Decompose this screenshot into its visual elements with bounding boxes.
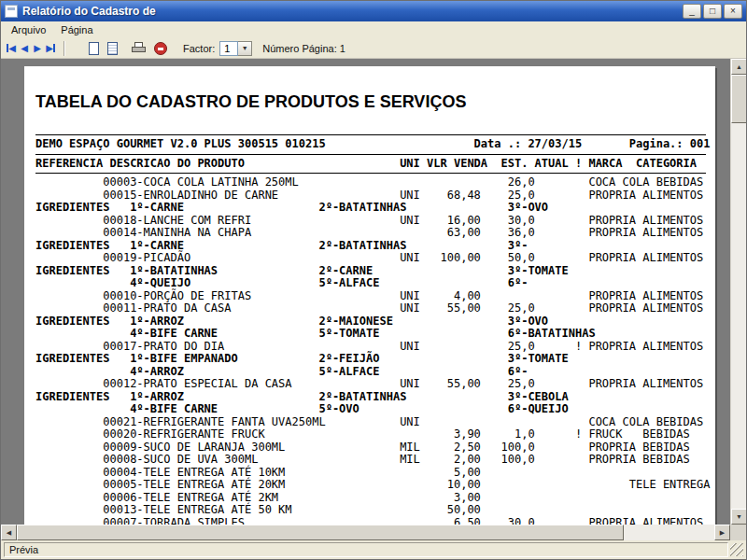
scroll-down-button[interactable]: ▼ (731, 509, 746, 525)
report-line: 00014-MANINHA NA CHAPA 63,00 36,0 PROPRI… (35, 227, 706, 240)
window-title: Relatório do Cadastro de (22, 5, 681, 18)
report-line: 00004-TELE ENTREGA ATÉ 10KM 5,00 (35, 467, 706, 480)
scroll-up-button[interactable]: ▲ (731, 59, 746, 75)
app-window: Relatório do Cadastro de _ □ × Arquivo P… (0, 0, 747, 560)
prev-page-icon: ◀ (21, 43, 28, 53)
scroll-right-button[interactable]: ▶ (714, 525, 730, 540)
report-line: IGREDIENTES 1º-BIFE EMPANADO 2º-FEIJÃO 3… (35, 353, 706, 366)
menu-item-pagina[interactable]: Página (53, 22, 100, 37)
report-line: IGREDIENTES 1º-BATATINHAS 2º-CARNE 3º-TO… (35, 265, 706, 278)
printer-icon (132, 42, 146, 54)
report-line: 00019-PICADÃO UNI 100,00 50,0 PROPRIA AL… (35, 252, 706, 265)
close-button[interactable]: × (724, 4, 742, 19)
chevron-down-icon[interactable]: ▼ (238, 41, 252, 56)
factor-select[interactable]: 1 ▼ (219, 41, 252, 56)
resize-grip[interactable] (730, 543, 743, 556)
menu-bar: Arquivo Página (1, 21, 746, 38)
divider (35, 173, 706, 174)
report-line: 00011-PRATO DA CASA UNI 55,00 25,0 PROPR… (35, 302, 706, 315)
title-bar: Relatório do Cadastro de _ □ × (1, 1, 746, 21)
report-page: TABELA DO CADASTRO DE PRODUTOS E SERVIÇO… (24, 66, 715, 525)
report-line: 00020-REFRIGERANTE FRUCK 3,90 1,0 ! FRUC… (35, 428, 706, 441)
next-page-button[interactable]: ▶ (31, 40, 44, 57)
report-title: TABELA DO CADASTRO DE PRODUTOS E SERVIÇO… (35, 92, 706, 112)
report-line: 00005-TELE ENTREGA ATÉ 20KM 10,00 TELE E… (35, 479, 706, 492)
report-line: 00010-PORÇÃO DE FRITAS UNI 4,00 PROPRIA … (35, 290, 706, 303)
last-page-icon: ▶ (46, 43, 53, 53)
menu-item-arquivo[interactable]: Arquivo (4, 22, 53, 37)
factor-value[interactable]: 1 (219, 41, 238, 56)
report-line: 4º-BIFE CARNE 5º-TOMATE 6º-BATATINHAS (35, 328, 706, 341)
report-line: 00003-COCA COLA LATINHA 250ML 26,0 COCA … (35, 176, 706, 189)
last-page-icon (53, 44, 55, 52)
first-page-button[interactable]: ◀ (5, 40, 18, 57)
toolbar-separator (63, 41, 65, 56)
report-line: 00015-ENROLADINHO DE CARNE UNI 68,48 25,… (35, 189, 706, 203)
vertical-scrollbar[interactable]: ▲ ▼ (730, 59, 746, 525)
vertical-scrollbar-thumb[interactable] (731, 75, 746, 123)
two-page-view-button[interactable] (103, 40, 121, 57)
report-columns-line: REFERENCIA DESCRICAO DO PRODUTO UNI VLR … (35, 158, 706, 171)
report-line: 00021-REFRIGERANTE FANTA UVA250ML UNI CO… (35, 416, 706, 429)
status-text: Prévia (4, 542, 728, 557)
report-line: 00013-TELE ENTREGA ATÉ 50 KM 50,00 (35, 504, 706, 517)
report-line: 00017-PRATO DO DIA UNI 25,0 ! PROPRIA AL… (35, 341, 706, 354)
report-line: 00007-TORRADA SIMPLES 6,50 30,0 PROPRIA … (35, 517, 706, 525)
prev-page-button[interactable]: ◀ (18, 40, 31, 57)
minimize-button[interactable]: _ (683, 4, 701, 19)
horizontal-scrollbar[interactable]: ◀ ▶ (1, 525, 746, 540)
factor-label: Factor: (183, 43, 215, 54)
report-line: 00009-SUCO DE LARANJA 300ML MIL 2,50 100… (35, 441, 706, 455)
report-line: 4º-BIFE CARNE 5º-OVO 6º-QUEIJO (35, 403, 706, 416)
report-header-line: DEMO ESPAÇO GOURMET V2.0 PLUS 300515 010… (35, 138, 706, 151)
divider (35, 134, 706, 135)
report-line: 00008-SUCO DE UVA 300ML MIL 2,00 100,0 P… (35, 454, 706, 467)
first-page-icon: ◀ (8, 43, 16, 53)
report-line: 4º-ARROZ 5º-ALFACE 6º- (35, 366, 706, 379)
horizontal-scrollbar-thumb[interactable] (17, 525, 624, 540)
page-icon (89, 42, 99, 55)
report-line: IGREDIENTES 1º-CARNE 2º-BATATINHAS 3º- (35, 240, 706, 253)
single-page-view-button[interactable] (84, 40, 103, 57)
page-lines-icon (107, 42, 118, 55)
last-page-button[interactable]: ▶ (44, 40, 57, 57)
report-line: 00012-PRATO ESPECIAL DA CASA UNI 55,00 2… (35, 378, 706, 391)
preview-area: TABELA DO CADASTRO DE PRODUTOS E SERVIÇO… (1, 59, 746, 525)
toolbar: ◀ ◀ ▶ ▶ Factor: 1 ▼ Núm (1, 38, 746, 59)
report-line: IGREDIENTES 1º-CARNE 2º-BATATINHAS 3º-OV… (35, 202, 706, 215)
maximize-button[interactable]: □ (703, 4, 722, 19)
report-line: 00018-LANCHE COM REFRI UNI 16,00 30,0 PR… (35, 215, 706, 228)
status-bar: Prévia (1, 540, 746, 559)
report-line: 00006-TELE ENTREGA ATÉ 2KM 3,00 (35, 492, 706, 505)
scrollbar-corner (730, 525, 746, 540)
app-icon (5, 5, 18, 18)
page-number-label: Número Página: 1 (262, 43, 345, 54)
print-button[interactable] (129, 40, 148, 57)
stop-icon (154, 42, 167, 55)
report-lines: 00003-COCA COLA LATINHA 250ML 26,0 COCA … (35, 176, 706, 525)
report-line: IGREDIENTES 1º-ARROZ 2º-BATATINHAS 3º-CE… (35, 391, 706, 404)
report-line: 4º-QUEIJO 5º-ALFACE 6º- (35, 277, 706, 290)
next-page-icon: ▶ (34, 43, 41, 53)
stop-button[interactable] (151, 40, 170, 57)
report-line: IGREDIENTES 1º-ARROZ 2º-MAIONESE 3º-OVO (35, 315, 706, 329)
scroll-left-button[interactable]: ◀ (1, 525, 17, 540)
divider (35, 154, 706, 155)
